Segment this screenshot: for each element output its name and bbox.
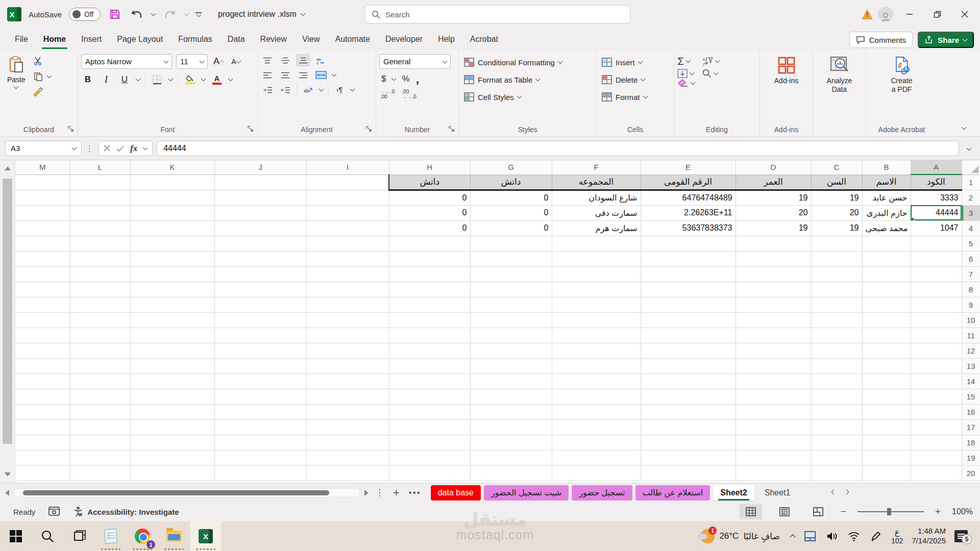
cell-F4[interactable]: سمارت هرم [552, 220, 641, 236]
cell-F13[interactable] [552, 358, 641, 373]
cell-C7[interactable] [811, 266, 862, 282]
cell-I6[interactable] [306, 251, 389, 266]
notepad-taskbar-button[interactable] [95, 521, 127, 551]
cell-J13[interactable] [214, 358, 306, 373]
autosave-toggle[interactable]: Off [69, 8, 101, 21]
cell-E8[interactable] [641, 282, 736, 297]
cell-B18[interactable] [862, 435, 911, 450]
addins-button[interactable]: Add-ins [770, 54, 802, 87]
page-break-view-button[interactable] [807, 504, 829, 519]
cell-D5[interactable] [736, 236, 811, 251]
cell-H15[interactable] [389, 389, 470, 404]
cell-L10[interactable] [70, 312, 130, 328]
excel-taskbar-button[interactable]: X [190, 521, 222, 551]
cell-H16[interactable] [389, 404, 470, 419]
format-painter-button[interactable] [32, 86, 45, 98]
normal-view-button[interactable] [740, 504, 762, 519]
font-name-select[interactable]: Aptos Narrow [81, 54, 172, 69]
ribbon-tab-developer[interactable]: Developer [378, 29, 430, 50]
cell-F12[interactable] [552, 343, 641, 358]
bold-button[interactable]: B [81, 73, 94, 86]
row-header-11[interactable]: 11 [962, 328, 980, 343]
cell-A4[interactable]: 1047 [911, 220, 962, 236]
cell-K19[interactable] [130, 450, 214, 465]
cell-K12[interactable] [130, 343, 214, 358]
cell-H8[interactable] [389, 282, 470, 297]
comma-button[interactable]: , [416, 72, 420, 86]
cell-E18[interactable] [641, 435, 736, 450]
cell-C5[interactable] [811, 236, 862, 251]
ribbon-tab-view[interactable]: View [295, 29, 327, 50]
cell-L2[interactable] [70, 190, 130, 205]
sheet-tab-Sheet2[interactable]: Sheet2 [713, 485, 754, 500]
cell-J12[interactable] [214, 343, 306, 358]
account-avatar[interactable] [878, 7, 893, 22]
undo-button[interactable] [129, 7, 144, 21]
paste-button[interactable]: Paste [3, 54, 30, 90]
cell-J6[interactable] [214, 251, 306, 266]
cell-E11[interactable] [641, 328, 736, 343]
cell-J19[interactable] [214, 450, 306, 465]
page-layout-view-button[interactable] [773, 504, 796, 519]
col-header-H[interactable]: H [389, 160, 470, 174]
cell-E2[interactable]: 64764748489 [641, 190, 736, 205]
insert-cells-button[interactable]: Insert [600, 54, 644, 70]
explorer-taskbar-button[interactable] [158, 521, 190, 551]
align-right-icon[interactable] [297, 69, 310, 81]
conditional-formatting-button[interactable]: Conditional Formatting [462, 54, 564, 70]
merge-dropdown-icon[interactable] [332, 72, 337, 77]
clipboard-launcher[interactable] [68, 125, 74, 133]
cell-I20[interactable] [306, 465, 389, 481]
next-sheet-icon[interactable] [844, 489, 849, 494]
cell-A14[interactable] [911, 373, 962, 389]
cell-L11[interactable] [70, 328, 130, 343]
cell-C12[interactable] [811, 343, 862, 358]
col-header-B[interactable]: B [862, 160, 911, 174]
cell-E17[interactable] [641, 419, 736, 435]
ribbon-tab-insert[interactable]: Insert [74, 29, 109, 50]
cell-B15[interactable] [862, 389, 911, 404]
cell-D12[interactable] [736, 343, 811, 358]
cell-F14[interactable] [552, 373, 641, 389]
cell-K3[interactable] [130, 205, 214, 220]
row-header-5[interactable]: 5 [962, 236, 980, 251]
cell-K8[interactable] [130, 282, 214, 297]
cell-J9[interactable] [214, 297, 306, 312]
cell-L16[interactable] [70, 404, 130, 419]
cell-K5[interactable] [130, 236, 214, 251]
col-header-I[interactable]: I [306, 160, 389, 174]
namebox-splitter[interactable]: ⋮ [86, 144, 94, 153]
col-header-G[interactable]: G [470, 160, 552, 174]
cell-G7[interactable] [470, 266, 552, 282]
cell-C11[interactable] [811, 328, 862, 343]
cell-E3[interactable]: 2.26263E+11 [641, 205, 736, 220]
cell-E12[interactable] [641, 343, 736, 358]
cell-K10[interactable] [130, 312, 214, 328]
cell-M16[interactable] [15, 404, 70, 419]
cell-J17[interactable] [214, 419, 306, 435]
text-direction-dropdown-icon[interactable] [350, 87, 355, 92]
cell-H3[interactable]: 0 [389, 205, 470, 220]
row-header-1[interactable]: 1 [962, 174, 980, 190]
cell-H5[interactable] [389, 236, 470, 251]
row-header-17[interactable]: 17 [962, 419, 980, 435]
fx-dropdown-icon[interactable] [143, 145, 148, 150]
language-indicator[interactable]: ع 102 [891, 528, 903, 545]
warning-icon[interactable]: ! [862, 9, 873, 19]
cell-L8[interactable] [70, 282, 130, 297]
cell-M5[interactable] [15, 236, 70, 251]
cell-G11[interactable] [470, 328, 552, 343]
cell-D20[interactable] [736, 465, 811, 481]
cell-D1[interactable]: العمر [736, 174, 811, 190]
cell-E19[interactable] [641, 450, 736, 465]
cell-K17[interactable] [130, 419, 214, 435]
cell-D10[interactable] [736, 312, 811, 328]
cell-B17[interactable] [862, 419, 911, 435]
number-launcher[interactable] [449, 125, 454, 133]
cell-K1[interactable] [130, 174, 214, 190]
scroll-up-icon[interactable] [5, 166, 11, 170]
cell-styles-button[interactable]: Cell Styles [462, 89, 523, 105]
cell-B20[interactable] [862, 465, 911, 481]
close-button[interactable] [953, 4, 976, 24]
cell-H13[interactable] [389, 358, 470, 373]
